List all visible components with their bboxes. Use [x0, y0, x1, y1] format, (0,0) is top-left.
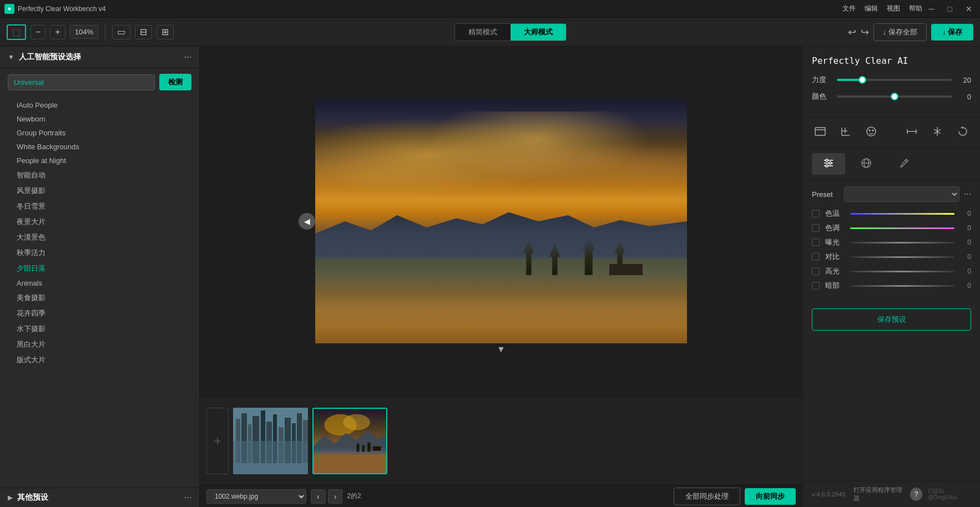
preset-list-item[interactable]: 智能自动 — [0, 168, 199, 183]
preset-select[interactable]: Universal — [8, 74, 155, 90]
adj-value: 0 — [960, 253, 971, 261]
adj-checkbox[interactable] — [812, 239, 820, 246]
preset-list-item[interactable]: 风景摄影 — [0, 183, 199, 199]
preset-list-item[interactable]: Group Portraits — [0, 126, 199, 140]
right-footer: v:4.6.0.2645 打开应用程序管理器 ? CSDN @DingUXiu — [803, 481, 980, 507]
adj-checkbox[interactable] — [812, 267, 820, 275]
nav-left-button[interactable]: ◀ — [299, 213, 315, 230]
save-all-button[interactable]: ↓ 保存全部 — [873, 23, 927, 41]
preset-list-item[interactable]: 美食摄影 — [0, 290, 199, 306]
adj-track[interactable] — [850, 213, 954, 215]
flip-tool-icon[interactable] — [929, 123, 946, 143]
preset-list-item[interactable]: 花卉四季 — [0, 306, 199, 321]
close-button[interactable]: ✕ — [962, 3, 976, 14]
preset-list-item[interactable]: 夜景大片 — [0, 214, 199, 230]
adj-value: 0 — [960, 210, 971, 217]
preset-list-item[interactable]: 夕阳日落 — [0, 261, 199, 276]
panel-more-button[interactable]: ··· — [184, 52, 191, 62]
filmstrip-bar: 1002.webp.jpg ‹ › 2的2 全部同步处理 向前同步 — [200, 485, 802, 507]
adj-checkbox[interactable] — [812, 210, 820, 217]
preset-list-item[interactable]: iAuto People — [0, 98, 199, 112]
undo-button[interactable]: ↩ — [848, 26, 856, 38]
thumbnail-landscape[interactable] — [312, 408, 387, 474]
preset-list-item[interactable]: People at Night — [0, 154, 199, 168]
nav-bottom-arrow[interactable]: ▼ — [497, 344, 506, 354]
preset-list-item[interactable]: 秋季活力 — [0, 245, 199, 261]
adj-track[interactable] — [850, 227, 954, 229]
preset-list-item[interactable]: 大漠景色 — [0, 230, 199, 245]
rotate-tool-icon[interactable] — [954, 123, 971, 143]
preset-more-button[interactable]: ··· — [964, 189, 971, 199]
preset-list-item[interactable]: Animals — [0, 276, 199, 290]
zoom-out-button[interactable]: − — [31, 25, 46, 39]
add-photo-button[interactable]: + — [206, 408, 229, 474]
preset-list-item[interactable]: 冬日雪景 — [0, 199, 199, 214]
adj-checkbox[interactable] — [812, 224, 820, 232]
other-presets-more[interactable]: ··· — [184, 493, 191, 503]
panel-collapse-arrow[interactable]: ▼ — [8, 53, 14, 61]
thumbnail-city[interactable] — [233, 408, 308, 474]
preset-list-item[interactable]: 水下摄影 — [0, 321, 199, 337]
preset-controls: Universal 检测 — [0, 68, 199, 96]
svg-point-31 — [867, 127, 876, 136]
adjust-tool-icon[interactable] — [812, 123, 829, 143]
svg-rect-14 — [233, 441, 308, 474]
forward-sync-button[interactable]: 向前同步 — [745, 488, 796, 505]
strength-slider[interactable] — [837, 79, 952, 81]
redo-button[interactable]: ↪ — [861, 26, 869, 38]
canvas-area: ◀ ▼ — [200, 47, 802, 396]
filmstrip: + — [200, 396, 802, 485]
preset-list-item[interactable]: White Backgrounds — [0, 140, 199, 154]
view-split-button[interactable]: ⊟ — [135, 25, 152, 39]
cloud-layer — [315, 111, 687, 221]
app-manager-button[interactable]: 打开应用程序管理器 — [853, 486, 905, 503]
adj-checkbox[interactable] — [812, 253, 820, 261]
adj-track[interactable] — [850, 271, 954, 272]
prev-button[interactable]: ‹ — [311, 489, 326, 504]
main-photo[interactable] — [315, 99, 687, 343]
adj-label: 色调 — [825, 223, 845, 233]
simple-mode-button[interactable]: 精简模式 — [455, 24, 511, 40]
minimize-button[interactable]: ─ — [926, 3, 938, 14]
spacing-tool-icon[interactable] — [903, 123, 920, 143]
crop-tool-icon[interactable] — [837, 123, 854, 143]
adj-track[interactable] — [850, 256, 954, 258]
detect-button[interactable]: 检测 — [159, 74, 191, 90]
color-slider[interactable] — [837, 95, 952, 98]
adj-checkbox[interactable] — [812, 282, 820, 290]
save-button[interactable]: ↓ 保存 — [931, 24, 973, 40]
separator-1 — [105, 24, 105, 40]
main-layout: ▼ 人工智能预设选择 ··· Universal 检测 iAuto People… — [0, 47, 980, 507]
menu-edit[interactable]: 编辑 — [865, 4, 878, 13]
menu-view[interactable]: 视图 — [887, 4, 900, 13]
left-panel: ▼ 人工智能预设选择 ··· Universal 检测 iAuto People… — [0, 47, 200, 507]
preset-list-item[interactable]: 黑白大片 — [0, 337, 199, 352]
tab-adjust[interactable] — [812, 153, 845, 175]
adj-track[interactable] — [850, 242, 954, 244]
help-button[interactable]: ? — [910, 488, 922, 501]
view-dual-button[interactable]: ⊞ — [156, 25, 174, 39]
tab-pencil[interactable] — [887, 153, 921, 175]
save-preset-button[interactable]: 保存预设 — [812, 308, 971, 331]
adjustment-item: 色调0 — [812, 223, 971, 233]
preset-dropdown[interactable] — [844, 186, 959, 202]
preset-list-item[interactable]: 版式大片 — [0, 352, 199, 368]
mode-group: 精简模式 大师模式 — [454, 23, 567, 41]
menu-help[interactable]: 帮助 — [909, 4, 922, 13]
tab-globe[interactable] — [850, 153, 883, 175]
adj-value: 0 — [960, 267, 971, 275]
menu-file[interactable]: 文件 — [842, 4, 856, 13]
preset-list-item[interactable]: Newborn — [0, 112, 199, 126]
frame-icon-button[interactable]: ⬚ — [7, 24, 26, 40]
face-tool-icon[interactable] — [863, 123, 880, 143]
master-mode-button[interactable]: 大师模式 — [511, 24, 566, 40]
other-presets-arrow[interactable]: ▶ — [8, 494, 13, 501]
adj-track[interactable] — [850, 285, 954, 287]
view-single-button[interactable]: ▭ — [112, 25, 130, 39]
tab-row — [803, 149, 980, 180]
zoom-in-button[interactable]: + — [50, 25, 65, 39]
next-button[interactable]: › — [328, 489, 343, 504]
restore-button[interactable]: □ — [944, 3, 956, 14]
sync-all-button[interactable]: 全部同步处理 — [674, 488, 740, 505]
filename-select[interactable]: 1002.webp.jpg — [206, 489, 306, 504]
